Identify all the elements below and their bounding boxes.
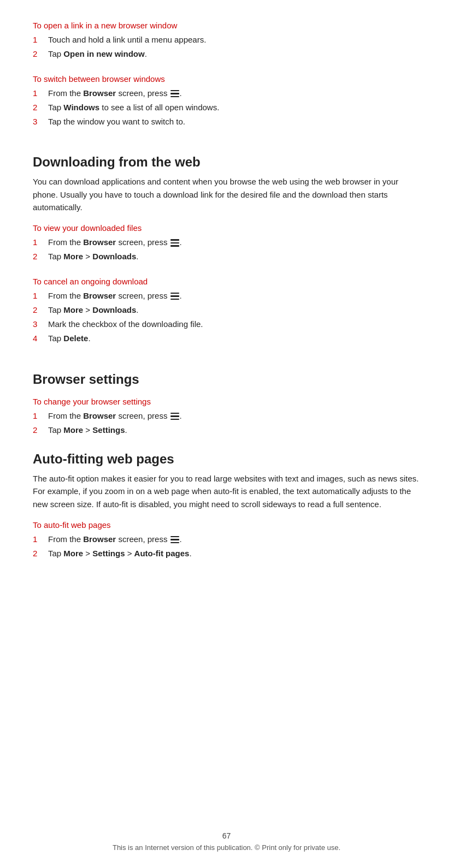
list-number: 1	[33, 87, 48, 99]
list-text: Tap Open in new window.	[48, 47, 420, 60]
bold-text: Browser	[83, 411, 116, 420]
bold-text: More	[63, 425, 83, 435]
list-text: From the Browser screen, press .	[48, 87, 420, 99]
list-text: Tap Windows to see a list of all open wi…	[48, 101, 420, 114]
open-link-steps: 1 Touch and hold a link until a menu app…	[33, 33, 420, 61]
list-number: 4	[33, 332, 48, 344]
list-item: 1 From the Browser screen, press .	[33, 289, 420, 302]
list-item: 2 Tap Windows to see a list of all open …	[33, 101, 420, 114]
footer-copyright: This is an Internet version of this publ…	[0, 843, 453, 852]
list-item: 2 Tap More > Downloads.	[33, 250, 420, 263]
menu-icon	[170, 536, 179, 544]
list-number: 1	[33, 289, 48, 302]
list-number: 1	[33, 236, 48, 248]
bold-text: More	[63, 549, 83, 558]
list-number: 2	[33, 304, 48, 316]
list-item: 4 Tap Delete.	[33, 332, 420, 344]
downloading-body: You can download applications and conten…	[33, 175, 420, 213]
list-item: 3 Tap the window you want to switch to.	[33, 115, 420, 128]
bold-text: Windows	[63, 103, 99, 112]
switch-windows-heading: To switch between browser windows	[33, 74, 420, 84]
list-text: Tap More > Downloads.	[48, 250, 420, 263]
list-text: Tap More > Downloads.	[48, 304, 420, 316]
list-item: 2 Tap More > Settings > Auto-fit pages.	[33, 547, 420, 560]
list-number: 2	[33, 101, 48, 114]
bold-text: Settings	[92, 549, 125, 558]
open-link-heading: To open a link in a new browser window	[33, 21, 420, 30]
autofit-pages-heading: To auto-fit web pages	[33, 520, 420, 530]
list-item: 1 From the Browser screen, press .	[33, 236, 420, 248]
list-number: 2	[33, 547, 48, 560]
list-text: From the Browser screen, press .	[48, 236, 420, 248]
bold-text: Browser	[83, 88, 116, 98]
list-item: 1 From the Browser screen, press .	[33, 87, 420, 99]
bold-text: More	[63, 305, 83, 314]
page-content: To open a link in a new browser window 1…	[0, 0, 453, 605]
list-number: 3	[33, 318, 48, 330]
list-number: 1	[33, 409, 48, 422]
list-text: From the Browser screen, press .	[48, 533, 420, 545]
list-number: 3	[33, 115, 48, 128]
cancel-download-steps: 1 From the Browser screen, press . 2 Tap…	[33, 289, 420, 345]
bold-text: Auto-fit pages	[134, 549, 190, 558]
switch-windows-steps: 1 From the Browser screen, press . 2 Tap…	[33, 87, 420, 128]
list-number: 2	[33, 424, 48, 436]
change-settings-heading: To change your browser settings	[33, 397, 420, 406]
bold-text: Delete	[63, 334, 88, 343]
list-text: Mark the checkbox of the downloading fil…	[48, 318, 420, 330]
bold-text: Browser	[83, 291, 116, 300]
list-number: 1	[33, 533, 48, 545]
list-text: Tap More > Settings.	[48, 424, 420, 436]
menu-icon	[170, 413, 179, 420]
list-number: 1	[33, 33, 48, 46]
menu-icon	[170, 90, 179, 98]
browser-settings-heading: Browser settings	[33, 372, 420, 387]
page-number: 67	[0, 831, 453, 840]
list-text: Tap the window you want to switch to.	[48, 115, 420, 128]
bold-text: Browser	[83, 534, 116, 544]
list-text: From the Browser screen, press .	[48, 289, 420, 302]
list-item: 1 Touch and hold a link until a menu app…	[33, 33, 420, 46]
autofitting-body: The auto-fit option makes it easier for …	[33, 472, 420, 510]
list-text: Tap Delete.	[48, 332, 420, 344]
list-item: 2 Tap More > Settings.	[33, 424, 420, 436]
list-item: 1 From the Browser screen, press .	[33, 409, 420, 422]
page-footer: 67 This is an Internet version of this p…	[0, 831, 453, 852]
menu-icon	[170, 293, 179, 300]
cancel-download-heading: To cancel an ongoing download	[33, 277, 420, 286]
list-item: 2 Tap More > Downloads.	[33, 304, 420, 316]
change-settings-steps: 1 From the Browser screen, press . 2 Tap…	[33, 409, 420, 437]
list-text: Tap More > Settings > Auto-fit pages.	[48, 547, 420, 560]
bold-text: Settings	[92, 425, 125, 435]
bold-text: Downloads	[92, 305, 136, 314]
bold-text: Downloads	[92, 252, 136, 261]
list-number: 2	[33, 47, 48, 60]
list-item: 2 Tap Open in new window.	[33, 47, 420, 60]
list-number: 2	[33, 250, 48, 263]
menu-icon	[170, 239, 179, 247]
autofitting-heading: Auto-fitting web pages	[33, 451, 420, 467]
list-text: From the Browser screen, press .	[48, 409, 420, 422]
autofit-pages-steps: 1 From the Browser screen, press . 2 Tap…	[33, 533, 420, 560]
downloading-heading: Downloading from the web	[33, 154, 420, 170]
bold-text: Open in new window	[63, 49, 144, 58]
view-downloads-steps: 1 From the Browser screen, press . 2 Tap…	[33, 236, 420, 263]
list-item: 1 From the Browser screen, press .	[33, 533, 420, 545]
view-downloads-heading: To view your downloaded files	[33, 223, 420, 233]
list-text: Touch and hold a link until a menu appea…	[48, 33, 420, 46]
bold-text: Browser	[83, 237, 116, 247]
bold-text: More	[63, 252, 83, 261]
list-item: 3 Mark the checkbox of the downloading f…	[33, 318, 420, 330]
